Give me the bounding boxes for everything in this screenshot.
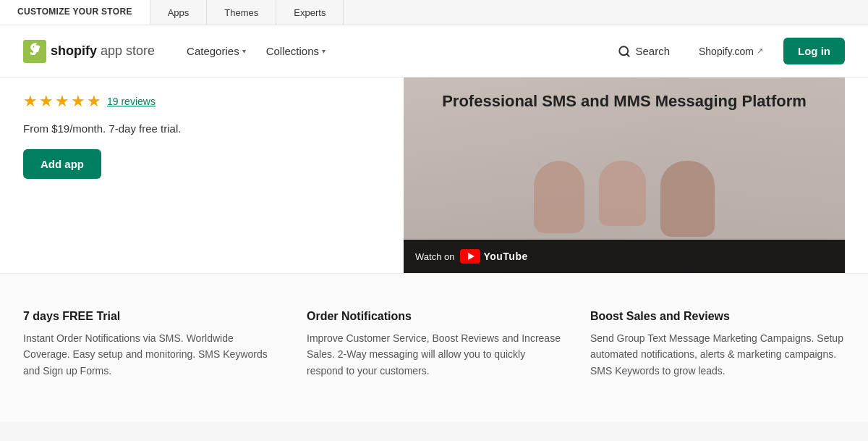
top-nav-item-experts[interactable]: Experts [276, 0, 344, 25]
main-header: shopify app store Categories ▾ Collectio… [0, 25, 868, 77]
person-1 [534, 161, 584, 233]
svg-line-2 [627, 54, 629, 56]
nav-item-categories[interactable]: Categories ▾ [178, 39, 255, 63]
chevron-down-icon: ▾ [242, 47, 246, 55]
top-nav-item-customize[interactable]: CUSTOMIZE YOUR STORE [0, 0, 150, 25]
nav-item-collections[interactable]: Collections ▾ [258, 39, 334, 63]
header-right: Search Shopify.com ↗ Log in [609, 38, 845, 64]
reviews-link[interactable]: 19 reviews [107, 96, 156, 107]
features-section: 7 days FREE Trial Instant Order Notifica… [0, 274, 868, 422]
youtube-play-icon [460, 249, 480, 264]
feature-desc-order-notifications: Improve Customer Service, Boost Reviews … [307, 330, 561, 379]
app-detail-section: ★ ★ ★ ★ ★ 19 reviews From $19/month. 7-d… [0, 77, 868, 273]
star-1: ★ [23, 92, 38, 111]
video-container[interactable]: Professional SMS and MMS Messaging Platf… [404, 77, 845, 273]
top-nav-label-themes: Themes [224, 7, 258, 18]
shopify-domain-link[interactable]: Shopify.com ↗ [690, 40, 772, 63]
star-3: ★ [55, 92, 69, 111]
top-nav-label-apps: Apps [168, 7, 190, 18]
search-label: Search [635, 45, 670, 57]
star-4: ★ [71, 92, 85, 111]
shopify-logo-icon [23, 40, 46, 63]
feature-desc-boost-sales: Send Group Text Message Marketing Campai… [590, 330, 845, 379]
star-rating: ★ ★ ★ ★ ★ [23, 92, 101, 111]
feature-desc-free-trial: Instant Order Notifications via SMS. Wor… [23, 330, 278, 379]
login-button[interactable]: Log in [783, 38, 845, 64]
chevron-down-icon: ▾ [322, 47, 326, 55]
feature-item-boost-sales: Boost Sales and Reviews Send Group Text … [590, 310, 845, 379]
shopify-domain-label: Shopify.com [699, 46, 754, 57]
add-app-button[interactable]: Add app [23, 149, 101, 179]
top-nav-item-themes[interactable]: Themes [207, 0, 276, 25]
app-info: ★ ★ ★ ★ ★ 19 reviews From $19/month. 7-d… [23, 77, 375, 201]
header-nav: Categories ▾ Collections ▾ [178, 39, 609, 63]
logo-text: shopify app store [51, 43, 155, 59]
person-2 [599, 161, 646, 226]
youtube-wordmark: YouTube [483, 251, 527, 262]
stars-row: ★ ★ ★ ★ ★ 19 reviews [23, 92, 375, 111]
search-button[interactable]: Search [609, 39, 678, 64]
nav-label-collections: Collections [266, 45, 319, 57]
watch-on-label: Watch on [415, 251, 454, 262]
search-icon [618, 45, 631, 58]
nav-label-categories: Categories [187, 45, 239, 57]
top-nav: CUSTOMIZE YOUR STORE Apps Themes Experts [0, 0, 868, 25]
star-2: ★ [39, 92, 54, 111]
youtube-triangle-icon [468, 253, 475, 260]
feature-title-free-trial: 7 days FREE Trial [23, 310, 278, 323]
logo[interactable]: shopify app store [23, 40, 155, 63]
feature-title-order-notifications: Order Notifications [307, 310, 561, 323]
bottom-area [0, 422, 868, 441]
star-5: ★ [87, 92, 101, 111]
person-3 [660, 161, 715, 237]
youtube-logo: YouTube [460, 249, 527, 264]
features-grid: 7 days FREE Trial Instant Order Notifica… [23, 310, 845, 379]
pricing-text: From $19/month. 7-day free trial. [23, 122, 375, 135]
content-area: ★ ★ ★ ★ ★ 19 reviews From $19/month. 7-d… [0, 77, 868, 441]
video-title: Professional SMS and MMS Messaging Platf… [426, 92, 823, 111]
top-nav-label-customize: CUSTOMIZE YOUR STORE [17, 7, 132, 17]
video-section: Professional SMS and MMS Messaging Platf… [404, 77, 845, 273]
feature-item-order-notifications: Order Notifications Improve Customer Ser… [307, 310, 561, 379]
external-link-icon: ↗ [757, 46, 763, 56]
top-nav-label-experts: Experts [294, 7, 326, 18]
watch-on-bar[interactable]: Watch on YouTube [404, 240, 845, 273]
top-nav-item-apps[interactable]: Apps [150, 0, 208, 25]
feature-item-free-trial: 7 days FREE Trial Instant Order Notifica… [23, 310, 278, 379]
feature-title-boost-sales: Boost Sales and Reviews [590, 310, 845, 323]
